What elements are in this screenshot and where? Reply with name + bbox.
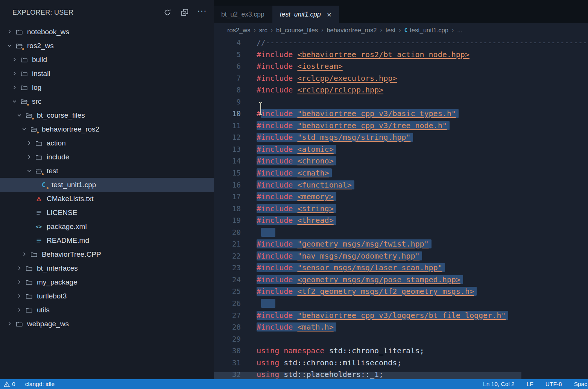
- line-number[interactable]: 17: [214, 191, 241, 203]
- line-number[interactable]: 12: [214, 132, 241, 144]
- tree-item-package.xml[interactable]: <>package.xml: [0, 219, 214, 233]
- tree-item-test[interactable]: test: [0, 164, 214, 178]
- code-line-6[interactable]: 6#include <iostream>: [214, 61, 588, 73]
- cursor-position[interactable]: Ln 10, Col 2: [483, 381, 515, 387]
- chevron-right-icon[interactable]: [15, 306, 23, 314]
- code-line-19[interactable]: 19#include <thread>: [214, 215, 588, 227]
- chevron-right-icon[interactable]: [10, 70, 18, 77]
- line-number[interactable]: 27: [214, 310, 241, 322]
- breadcrumb-item-test_unit1.cpp[interactable]: Ctest_unit1.cpp: [404, 27, 448, 34]
- line-number[interactable]: 26: [214, 298, 241, 310]
- tree-item-webpage_ws[interactable]: webpage_ws: [0, 317, 214, 331]
- indentation-indicator[interactable]: Spac: [574, 381, 587, 387]
- code-line-4[interactable]: 4//-------------------------------------…: [214, 37, 588, 49]
- code-line-14[interactable]: 14#include <chrono>: [214, 155, 588, 167]
- line-number[interactable]: 25: [214, 286, 241, 298]
- tree-item-BehaviorTree.CPP[interactable]: BehaviorTree.CPP: [0, 247, 214, 261]
- code-line-23[interactable]: 23#include "sensor_msgs/msg/laser_scan.h…: [214, 262, 588, 274]
- code-line-30[interactable]: 30using namespace std::chrono_literals;: [214, 345, 588, 357]
- problems-indicator[interactable]: 0: [4, 381, 15, 387]
- tree-item-notebook_ws[interactable]: notebook_ws: [0, 25, 214, 39]
- tree-item-test_unit1.cpp[interactable]: Ctest_unit1.cpp: [0, 178, 214, 192]
- tab-test_unit1.cpp[interactable]: test_unit1.cpp×: [272, 6, 339, 23]
- code-line-28[interactable]: 28#include <math.h>: [214, 321, 588, 333]
- close-icon[interactable]: ×: [327, 10, 331, 19]
- tree-item-install[interactable]: install: [0, 67, 214, 80]
- code-line-13[interactable]: 13#include <atomic>: [214, 144, 588, 156]
- tree-item-include[interactable]: include: [0, 150, 214, 164]
- line-number[interactable]: 21: [214, 238, 241, 250]
- tree-item-LICENSE[interactable]: LICENSE: [0, 206, 214, 219]
- tree-item-CMakeLists.txt[interactable]: CMakeLists.txt: [0, 192, 214, 206]
- horizontal-scrollbar[interactable]: [214, 372, 521, 379]
- code-line-17[interactable]: 17#include <memory>: [214, 191, 588, 203]
- line-number[interactable]: 30: [214, 345, 241, 357]
- chevron-right-icon[interactable]: [5, 28, 14, 36]
- line-number[interactable]: 28: [214, 321, 241, 333]
- chevron-down-icon[interactable]: [10, 98, 18, 105]
- more-actions-icon[interactable]: ···: [198, 8, 206, 17]
- code-line-29[interactable]: 29: [214, 333, 588, 345]
- tree-item-behaviortree_ros2[interactable]: behaviortree_ros2: [0, 122, 214, 136]
- language-server-status[interactable]: clangd: idle: [25, 381, 55, 387]
- code-line-20[interactable]: 20: [214, 227, 588, 239]
- code-line-5[interactable]: 5#include <behaviortree_ros2/bt_action_n…: [214, 49, 588, 61]
- breadcrumb-item-src[interactable]: src: [259, 27, 267, 34]
- tree-item-turtlebot3[interactable]: turtlebot3: [0, 289, 214, 303]
- code-line-12[interactable]: 12#include "std_msgs/msg/string.hpp": [214, 132, 588, 144]
- tree-item-action[interactable]: action: [0, 136, 214, 150]
- collapse-folders-icon[interactable]: [181, 8, 189, 17]
- refresh-icon[interactable]: [163, 8, 172, 17]
- line-number[interactable]: 18: [214, 203, 241, 215]
- tree-item-README.md[interactable]: README.md: [0, 233, 214, 247]
- breadcrumb-item-bt_course_files[interactable]: bt_course_files: [276, 27, 318, 34]
- encoding-indicator[interactable]: UTF-8: [545, 381, 562, 387]
- breadcrumb-item-behaviortree_ros2[interactable]: behaviortree_ros2: [327, 27, 377, 34]
- code-line-21[interactable]: 21#include "geometry_msgs/msg/twist.hpp": [214, 238, 588, 250]
- code-line-10[interactable]: 10#include "behaviortree_cpp_v3/basic_ty…: [214, 108, 588, 120]
- chevron-down-icon[interactable]: [15, 112, 23, 119]
- chevron-down-icon[interactable]: [25, 167, 33, 175]
- code-line-7[interactable]: 7#include <rclcpp/executors.hpp>: [214, 73, 588, 85]
- line-number[interactable]: 15: [214, 167, 241, 179]
- chevron-down-icon[interactable]: [20, 126, 28, 133]
- line-number[interactable]: 19: [214, 215, 241, 227]
- chevron-right-icon[interactable]: [25, 153, 33, 161]
- code-line-15[interactable]: 15#include <cmath>: [214, 167, 588, 179]
- tree-item-log[interactable]: log: [0, 80, 214, 94]
- tree-item-bt_interfaces[interactable]: bt_interfaces: [0, 261, 214, 275]
- tree-item-build[interactable]: build: [0, 53, 214, 67]
- eol-indicator[interactable]: LF: [527, 381, 533, 387]
- line-number[interactable]: 16: [214, 179, 241, 191]
- code-line-16[interactable]: 16#include <functional>: [214, 179, 588, 191]
- tree-item-my_package[interactable]: my_package: [0, 275, 214, 289]
- tree-item-src[interactable]: src: [0, 94, 214, 108]
- line-number[interactable]: 10: [214, 108, 241, 120]
- line-number[interactable]: 7: [214, 73, 241, 85]
- line-number[interactable]: 9: [214, 96, 241, 108]
- line-number[interactable]: 29: [214, 333, 241, 345]
- line-number[interactable]: 11: [214, 120, 241, 132]
- tree-item-ros2_ws[interactable]: ros2_ws: [0, 39, 214, 53]
- chevron-right-icon[interactable]: [15, 292, 23, 300]
- line-number[interactable]: 23: [214, 262, 241, 274]
- chevron-right-icon[interactable]: [10, 84, 18, 91]
- code-line-31[interactable]: 31using std::chrono::milliseconds;: [214, 357, 588, 369]
- line-number[interactable]: 20: [214, 227, 241, 239]
- line-number[interactable]: 31: [214, 357, 241, 369]
- tab-bt_u2_ex3.cpp[interactable]: bt_u2_ex3.cpp: [214, 6, 272, 23]
- code-line-26[interactable]: 26: [214, 298, 588, 310]
- breadcrumb-item-...[interactable]: ...: [457, 27, 462, 34]
- code-line-11[interactable]: 11#include "behaviortree_cpp_v3/tree_nod…: [214, 120, 588, 132]
- line-number[interactable]: 4: [214, 37, 241, 49]
- code-line-24[interactable]: 24#include <geometry_msgs/msg/pose_stamp…: [214, 274, 588, 286]
- code-line-22[interactable]: 22#include "nav_msgs/msg/odometry.hpp": [214, 250, 588, 262]
- chevron-right-icon[interactable]: [25, 139, 33, 147]
- chevron-right-icon[interactable]: [20, 251, 28, 258]
- line-number[interactable]: 13: [214, 144, 241, 156]
- line-number[interactable]: 22: [214, 250, 241, 262]
- tree-item-bt_course_files[interactable]: bt_course_files: [0, 108, 214, 122]
- chevron-down-icon[interactable]: [5, 42, 14, 50]
- breadcrumb-item-test[interactable]: test: [386, 27, 396, 34]
- line-number[interactable]: 24: [214, 274, 241, 286]
